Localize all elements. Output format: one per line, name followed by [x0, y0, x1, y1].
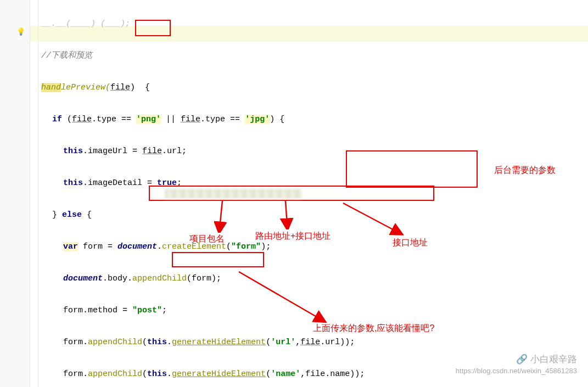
arrow-icon	[277, 201, 294, 229]
code-line: if (file.type == 'png' || file.type == '…	[41, 111, 588, 127]
redacted-url	[165, 189, 302, 199]
red-box-name-value	[172, 252, 264, 267]
editor-gutter-2	[30, 0, 38, 387]
code-line: handlePreview(file) {	[41, 80, 588, 96]
code-line: } else {	[41, 207, 588, 223]
watermark: 🔗 小白艰辛路 https://blog.csdn.net/weixin_458…	[456, 353, 577, 376]
annotation-params-above: 上面传来的参数,应该能看懂吧?	[313, 323, 434, 334]
arrow-icon	[340, 200, 406, 236]
annotation-package: 项目包名	[189, 233, 225, 245]
svg-line-1	[285, 201, 287, 225]
annotation-api: 接口地址	[393, 237, 428, 249]
watermark-url: https://blog.csdn.net/weixin_45861283	[456, 366, 577, 376]
annotation-backend-params: 后台需要的参数	[494, 165, 556, 176]
code-line-faded: __.__(____) (___);	[41, 16, 588, 32]
watermark-title: 🔗 小白艰辛路	[456, 353, 577, 366]
editor-gutter	[0, 0, 30, 387]
svg-line-3	[239, 272, 321, 319]
svg-line-0	[220, 201, 222, 228]
lightbulb-icon[interactable]: 💡	[16, 27, 25, 36]
annotation-route: 路由地址+接口地址	[255, 231, 331, 242]
svg-line-2	[343, 203, 398, 232]
code-line: this.imageUrl = file.url;	[41, 143, 588, 159]
red-box-params	[346, 150, 478, 188]
red-box-file	[135, 20, 171, 36]
arrow-icon	[214, 201, 231, 233]
code-line: //下载和预览	[41, 48, 588, 64]
arrow-icon	[236, 269, 329, 324]
code-line: form.appendChild(this.generateHideElemen…	[41, 334, 588, 350]
